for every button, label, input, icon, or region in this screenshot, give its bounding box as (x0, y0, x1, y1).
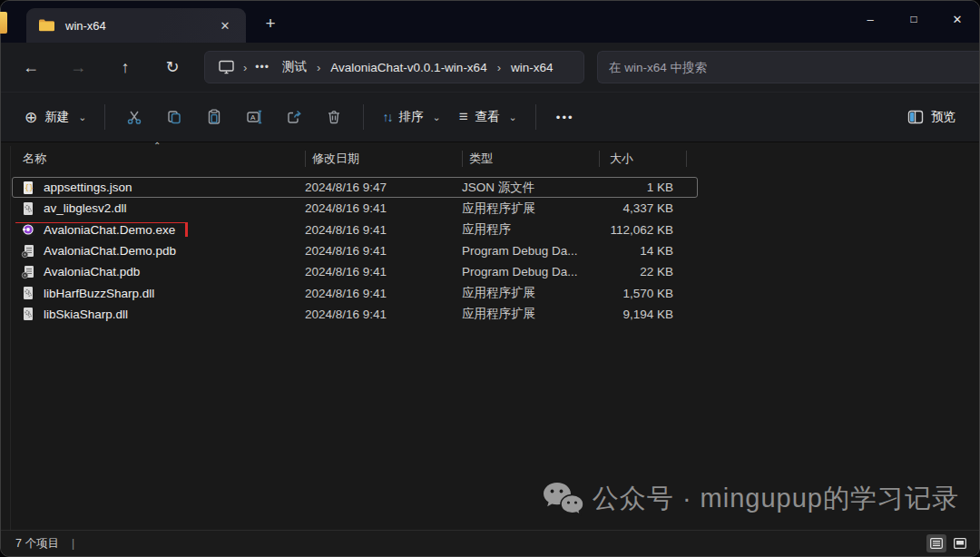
share-icon (286, 109, 302, 125)
chevron-down-icon: ⌄ (78, 112, 86, 123)
file-rows: {} appsettings.json 2024/8/16 9:47 JSON … (1, 177, 979, 325)
maximize-button[interactable]: □ (892, 1, 936, 37)
trash-icon (326, 109, 342, 125)
share-button[interactable] (274, 101, 314, 133)
background-folder-peek (0, 12, 7, 34)
file-name: libHarfBuzzSharp.dll (44, 287, 154, 300)
rename-button[interactable]: A (234, 101, 274, 133)
minimize-button[interactable]: – (848, 1, 892, 37)
column-divider[interactable] (462, 151, 463, 167)
file-type: Program Debug Da... (462, 265, 599, 278)
pdb-file-icon (21, 244, 35, 259)
file-type: 应用程序扩展 (462, 306, 599, 322)
file-date-modified: 2024/8/16 9:41 (305, 287, 462, 300)
file-size: 14 KB (599, 244, 686, 258)
back-button[interactable]: ← (15, 52, 46, 83)
tab-title: win-x64 (65, 19, 213, 33)
view-button[interactable]: ≡ 查看 ⌄ (450, 102, 526, 132)
preview-button[interactable]: 预览 (898, 103, 965, 132)
file-date-modified: 2024/8/16 9:41 (305, 265, 462, 278)
view-button-label: 查看 (475, 109, 500, 125)
up-button[interactable]: ↑ (110, 52, 141, 83)
new-button[interactable]: ⊕ 新建 ⌄ (15, 103, 95, 132)
breadcrumb-chevron: › (495, 61, 504, 74)
exe-file-icon (21, 222, 35, 237)
file-type: 应用程序扩展 (462, 285, 599, 301)
file-list-area: ⌃ 名称 修改日期 类型 大小 {} appsettings.json 2024… (1, 144, 979, 533)
file-name: appsettings.json (44, 181, 132, 194)
search-input[interactable] (609, 61, 969, 74)
column-header-size[interactable]: 大小 (599, 151, 686, 167)
file-row[interactable]: libSkiaSharp.dll 2024/8/16 9:41 应用程序扩展 9… (1, 304, 979, 325)
file-size: 4,337 KB (599, 201, 686, 215)
watermark-text: 公众号 · mingupup的学习记录 (593, 481, 959, 517)
refresh-button[interactable]: ↻ (157, 52, 188, 83)
file-name: AvaloniaChat.Demo.exe (44, 223, 175, 237)
column-divider[interactable] (599, 151, 600, 167)
file-row[interactable]: libHarfBuzzSharp.dll 2024/8/16 9:41 应用程序… (1, 282, 979, 303)
file-type: JSON 源文件 (462, 180, 599, 196)
status-bar: 7 个项目 | (1, 530, 979, 556)
sort-button-label: 排序 (398, 109, 423, 125)
breadcrumb-item[interactable]: AvaloniaChat-v0.0.1-win-x64 (323, 58, 494, 77)
breadcrumb-item[interactable]: 测试 (275, 56, 314, 78)
address-bar[interactable]: › ••• 测试 › AvaloniaChat-v0.0.1-win-x64 ›… (204, 51, 584, 83)
delete-button[interactable] (314, 101, 354, 133)
scissors-icon (126, 109, 142, 125)
column-header-name[interactable]: 名称 (15, 151, 305, 167)
chevron-down-icon: ⌄ (509, 112, 517, 123)
cut-button[interactable] (114, 101, 154, 133)
file-type: Program Debug Da... (462, 244, 599, 258)
breadcrumb-item[interactable]: win-x64 (504, 58, 561, 77)
column-header-date[interactable]: 修改日期 (305, 151, 462, 167)
dll-file-icon (21, 286, 35, 300)
item-count: 7 个项目 (15, 536, 59, 552)
dll-file-icon (21, 201, 35, 216)
file-row[interactable]: av_libglesv2.dll 2024/8/16 9:41 应用程序扩展 4… (1, 198, 979, 219)
file-name: libSkiaSharp.dll (44, 308, 128, 321)
paste-button[interactable] (194, 101, 234, 133)
file-row[interactable]: {} appsettings.json 2024/8/16 9:47 JSON … (1, 177, 979, 198)
file-size: 1 KB (599, 181, 686, 194)
column-divider[interactable] (686, 151, 687, 167)
view-toggles (926, 534, 970, 552)
new-tab-button[interactable]: + (259, 12, 282, 35)
icons-view-icon (954, 538, 966, 549)
toolbar-divider (363, 104, 364, 130)
breadcrumb-chevron: › (314, 61, 323, 74)
column-header-row: ⌃ 名称 修改日期 类型 大小 (1, 144, 979, 173)
search-box[interactable] (597, 51, 980, 83)
details-view-button[interactable] (926, 534, 946, 552)
toolbar-divider (535, 104, 536, 130)
tab-close-icon[interactable]: ✕ (213, 15, 237, 36)
file-type: 应用程序 (462, 221, 599, 238)
toolbar-divider (104, 104, 105, 130)
explorer-tab[interactable]: win-x64 ✕ (26, 8, 246, 43)
window-controls: – □ ✕ (848, 1, 979, 37)
preview-panel-icon (907, 110, 924, 124)
close-button[interactable]: ✕ (936, 1, 979, 37)
forward-button[interactable]: → (63, 52, 93, 83)
file-size: 1,570 KB (599, 287, 686, 300)
monitor-icon (218, 60, 235, 74)
chevron-down-icon: ⌄ (432, 112, 440, 123)
paste-icon (206, 109, 222, 125)
details-view-icon (930, 538, 943, 549)
copy-icon (166, 109, 182, 125)
file-row[interactable]: AvaloniaChat.Demo.exe 2024/8/16 9:41 应用程… (1, 220, 979, 240)
navigation-bar: ← → ↑ ↻ › ••• 测试 › AvaloniaChat-v0.0.1-w… (1, 43, 979, 92)
column-header-type[interactable]: 类型 (462, 151, 599, 167)
preview-button-label: 预览 (931, 109, 956, 125)
file-size: 9,194 KB (599, 308, 686, 321)
icons-view-button[interactable] (950, 534, 970, 552)
file-size: 112,062 KB (599, 223, 686, 237)
file-row[interactable]: AvaloniaChat.pdb 2024/8/16 9:41 Program … (1, 261, 979, 282)
folder-icon (39, 19, 54, 32)
column-divider[interactable] (305, 151, 306, 167)
file-row[interactable]: AvaloniaChat.Demo.pdb 2024/8/16 9:41 Pro… (1, 240, 979, 261)
file-date-modified: 2024/8/16 9:41 (305, 308, 462, 321)
breadcrumb-overflow[interactable]: ••• (250, 61, 275, 73)
sort-button[interactable]: ↑↓ 排序 ⌄ (373, 103, 449, 132)
more-options-button[interactable]: ••• (545, 111, 585, 124)
copy-button[interactable] (154, 101, 194, 133)
